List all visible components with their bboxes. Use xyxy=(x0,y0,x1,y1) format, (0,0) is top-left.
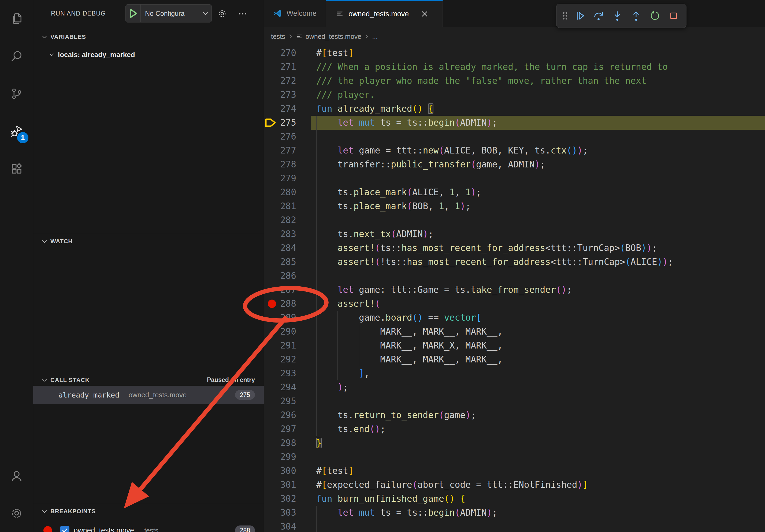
breakpoint-checkbox[interactable] xyxy=(60,526,69,532)
gutter-line-290[interactable]: 290 xyxy=(264,325,311,339)
call-stack-section-header[interactable]: CALL STACK Paused on entry xyxy=(33,372,264,388)
chevron-down-icon xyxy=(201,9,209,17)
gutter-line-272[interactable]: 272 xyxy=(264,74,311,88)
gutter-line-271[interactable]: 271 xyxy=(264,60,311,74)
chevron-right-icon xyxy=(287,33,294,40)
step-out-button[interactable] xyxy=(627,6,645,25)
code-line-278: 278 transfer::public_transfer(game, ADMI… xyxy=(264,157,765,171)
gutter-line-281[interactable]: 281 xyxy=(264,199,311,213)
step-over-button[interactable] xyxy=(589,6,608,25)
gutter-line-304[interactable]: 304 xyxy=(264,520,311,532)
gutter-line-296[interactable]: 296 xyxy=(264,408,311,422)
more-actions-icon[interactable] xyxy=(238,9,248,19)
breadcrumb-item-file[interactable]: owned_tests.move xyxy=(296,33,361,40)
watch-section-header[interactable]: WATCH xyxy=(33,233,264,249)
variables-section-header[interactable]: VARIABLES xyxy=(33,29,264,45)
gutter-line-300[interactable]: 300 xyxy=(264,464,311,478)
code-line-276: 276 xyxy=(264,130,765,143)
restart-button[interactable] xyxy=(645,6,664,25)
gutter-line-289[interactable]: 289 xyxy=(264,311,311,325)
gutter-line-292[interactable]: 292 xyxy=(264,353,311,367)
breakpoint-file-label: owned_tests.move xyxy=(74,526,134,532)
search-icon xyxy=(10,49,24,63)
code-text xyxy=(311,171,765,185)
breakpoints-section-header[interactable]: BREAKPOINTS xyxy=(33,503,264,519)
gutter-line-283[interactable]: 283 xyxy=(264,227,311,241)
gutter-line-284[interactable]: 284 xyxy=(264,241,311,255)
activity-item-source-control[interactable] xyxy=(0,75,33,113)
code-line-286: 286 xyxy=(264,269,765,283)
current-line-arrow-icon xyxy=(265,117,277,128)
gutter-line-277[interactable]: 277 xyxy=(264,143,311,157)
gutter-line-295[interactable]: 295 xyxy=(264,394,311,408)
gutter-line-276[interactable]: 276 xyxy=(264,130,311,143)
gutter-line-297[interactable]: 297 xyxy=(264,422,311,436)
chevron-down-icon xyxy=(41,33,48,41)
step-into-button[interactable] xyxy=(608,6,627,25)
breadcrumb-item-symbol[interactable]: ... xyxy=(372,33,378,40)
variables-header-label: VARIABLES xyxy=(50,34,86,40)
step-over-icon xyxy=(592,10,605,22)
code-line-296: 296 ts.return_to_sender(game); xyxy=(264,408,765,422)
breadcrumb-item-tests[interactable]: tests xyxy=(271,33,285,40)
activity-item-extensions[interactable] xyxy=(0,150,33,187)
gutter-line-302[interactable]: 302 xyxy=(264,492,311,506)
play-icon[interactable] xyxy=(126,5,141,22)
continue-button[interactable] xyxy=(570,6,589,25)
gutter-line-278[interactable]: 278 xyxy=(264,157,311,171)
breakpoint-folder-label: tests xyxy=(144,527,158,532)
gutter-line-286[interactable]: 286 xyxy=(264,269,311,283)
gutter-line-303[interactable]: 303 xyxy=(264,506,311,520)
code-text xyxy=(311,520,765,532)
debug-gear-icon[interactable] xyxy=(217,9,227,19)
activity-item-run-and-debug[interactable]: 1 xyxy=(0,113,33,150)
activity-item-explorer[interactable] xyxy=(0,0,33,38)
breakpoint-row[interactable]: owned_tests.move tests 288 xyxy=(33,522,264,532)
activity-item-search[interactable] xyxy=(0,38,33,75)
code-text: assert!(ts::has_most_recent_for_address<… xyxy=(311,241,765,255)
gutter-line-279[interactable]: 279 xyxy=(264,171,311,185)
tab-owned-tests[interactable]: owned_tests.move xyxy=(326,0,443,27)
gutter-line-298[interactable]: 298 xyxy=(264,436,311,450)
call-stack-frame-row[interactable]: already_marked owned_tests.move 275 xyxy=(33,386,264,404)
gutter-line-270[interactable]: 270 xyxy=(264,46,311,60)
gutter-line-293[interactable]: 293 xyxy=(264,367,311,381)
gutter-line-274[interactable]: 274 xyxy=(264,102,311,116)
chevron-down-icon xyxy=(41,508,48,515)
gutter-line-282[interactable]: 282 xyxy=(264,213,311,227)
activity-item-account[interactable] xyxy=(0,457,33,494)
drag-grip-icon[interactable] xyxy=(560,9,570,23)
code-text: MARK__, MARK_X, MARK__, xyxy=(311,339,765,353)
code-text: /// player. xyxy=(311,88,765,102)
gutter-line-301[interactable]: 301 xyxy=(264,478,311,492)
gutter-line-294[interactable]: 294 xyxy=(264,381,311,394)
activity-item-settings-gear[interactable] xyxy=(0,494,33,532)
gutter-line-299[interactable]: 299 xyxy=(264,450,311,464)
code-line-274: 274fun already_marked() { xyxy=(264,102,765,116)
account-icon xyxy=(10,469,24,483)
breakpoints-header-label: BREAKPOINTS xyxy=(50,508,96,515)
gutter-line-273[interactable]: 273 xyxy=(264,88,311,102)
debug-configuration-select[interactable]: No Configura xyxy=(141,10,201,17)
code-editor[interactable]: 270#[test]271/// When a position is alre… xyxy=(264,46,765,532)
gutter-line-285[interactable]: 285 xyxy=(264,255,311,269)
close-icon[interactable] xyxy=(420,9,429,19)
code-text: ts.place_mark(BOB, 1, 1); xyxy=(311,199,765,213)
gutter-line-275[interactable]: 275 xyxy=(264,116,311,130)
gutter-line-280[interactable]: 280 xyxy=(264,185,311,199)
code-line-285: 285 assert!(!ts::has_most_recent_for_add… xyxy=(264,255,765,269)
variables-scope-row[interactable]: locals: already_marked xyxy=(33,46,264,63)
code-text: } xyxy=(311,436,765,450)
step-into-icon xyxy=(611,10,623,22)
code-line-273: 273/// player. xyxy=(264,88,765,102)
start-debugging-button[interactable]: No Configura xyxy=(125,4,212,23)
code-line-282: 282 xyxy=(264,213,765,227)
gutter-line-291[interactable]: 291 xyxy=(264,339,311,353)
gutter-line-287[interactable]: 287 xyxy=(264,283,311,297)
vscode-logo-icon xyxy=(273,9,282,18)
stop-button[interactable] xyxy=(664,6,683,25)
call-stack-header-label: CALL STACK xyxy=(50,377,90,384)
tab-welcome[interactable]: Welcome xyxy=(264,0,326,27)
gutter-line-288[interactable]: 288 xyxy=(264,297,311,311)
breakpoint-dot-icon[interactable] xyxy=(268,300,276,308)
